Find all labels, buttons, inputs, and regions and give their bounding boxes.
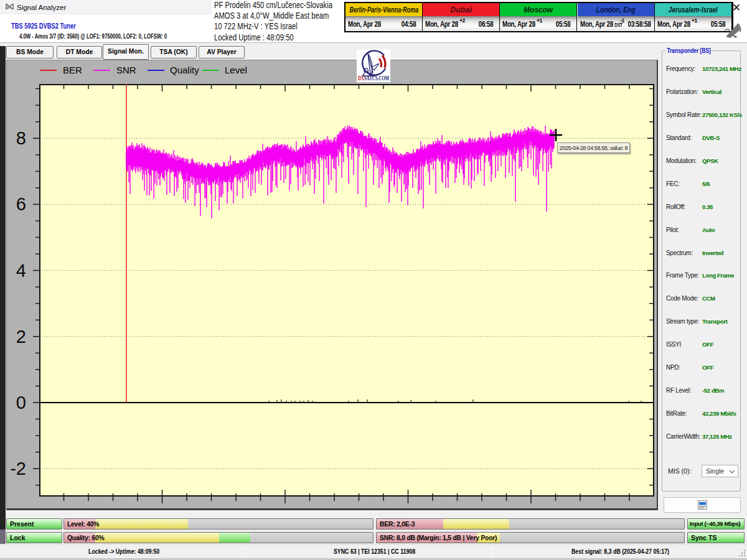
- svg-text:DXSATCS.COM: DXSATCS.COM: [358, 75, 389, 82]
